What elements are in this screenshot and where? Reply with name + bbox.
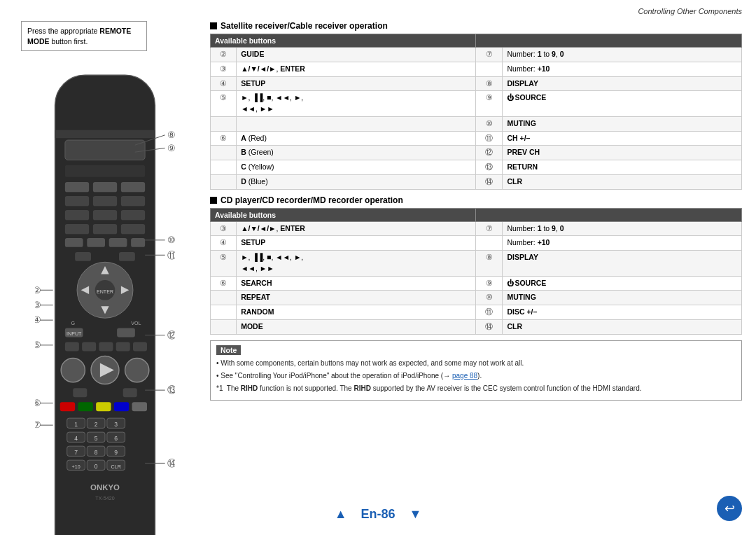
row-num2: ⑪ xyxy=(475,305,503,320)
note-content: • With some components, certain buttons … xyxy=(216,358,736,394)
table-row: REPEAT ⑩ MUTING xyxy=(211,291,742,305)
svg-rect-4 xyxy=(65,182,89,192)
row-label2: CLR xyxy=(503,174,742,189)
svg-rect-5 xyxy=(93,182,117,192)
back-button[interactable]: ↩ xyxy=(717,496,742,521)
svg-rect-35 xyxy=(82,342,96,352)
svg-text:1: 1 xyxy=(74,421,78,428)
svg-text:④: ④ xyxy=(35,314,41,325)
row-label: ▲/▼/◄/►, ENTER xyxy=(237,221,476,236)
row-num2: ⑫ xyxy=(475,146,503,160)
row-label: SETUP xyxy=(237,236,476,251)
svg-rect-44 xyxy=(123,388,137,397)
page-link[interactable]: page 88 xyxy=(452,372,477,380)
svg-rect-14 xyxy=(93,224,117,234)
row-num2 xyxy=(475,236,503,251)
svg-text:⑧: ⑧ xyxy=(167,130,175,140)
svg-text:ONKYO: ONKYO xyxy=(90,483,120,492)
row-num xyxy=(211,146,237,160)
row-label: ►, ▐▐, ■, ◄◄, ►,◄◄, ►► xyxy=(237,251,476,277)
svg-rect-3 xyxy=(65,165,145,177)
row-label: ▲/▼/◄/►, ENTER xyxy=(237,62,476,76)
row-num2: ⑭ xyxy=(475,174,503,189)
svg-text:VOL: VOL xyxy=(131,321,141,326)
row-num2: ⑩ xyxy=(475,291,503,305)
svg-rect-33 xyxy=(117,328,135,338)
svg-point-42 xyxy=(125,358,149,382)
row-label: SETUP xyxy=(237,76,476,91)
content-area: Satellite receiver/Cable receiver operat… xyxy=(210,21,742,401)
row-label2: DISPLAY xyxy=(503,76,742,91)
row-num xyxy=(211,160,237,175)
row-num2: ⑨ xyxy=(475,276,503,291)
row-num: ② xyxy=(211,48,237,62)
row-num2: ⑧ xyxy=(475,251,503,277)
back-icon: ↩ xyxy=(724,501,735,516)
row-label2: RETURN xyxy=(503,160,742,175)
table-row: C (Yellow) ⑬ RETURN xyxy=(211,160,742,175)
svg-rect-43 xyxy=(73,388,87,397)
svg-text:⑭: ⑭ xyxy=(167,458,175,468)
svg-rect-46 xyxy=(78,402,92,411)
row-num: ④ xyxy=(211,76,237,91)
satellite-table-body: ② GUIDE ⑦ Number: 1 to 9, 0 ③ ▲/▼/◄/►, E… xyxy=(211,48,742,190)
sat-table-header-left: Available buttons xyxy=(211,34,476,48)
row-label: ►, ▐▐, ■, ◄◄, ►,◄◄, ►► xyxy=(237,91,476,117)
row-label2: Number: +10 xyxy=(503,62,742,76)
table-row: ③ ▲/▼/◄/►, ENTER Number: +10 xyxy=(211,62,742,76)
callout-box: Press the appropriate REMOTE MODE button… xyxy=(21,21,147,51)
svg-text:8: 8 xyxy=(94,449,98,456)
prev-page-icon[interactable]: ▲ xyxy=(335,507,347,522)
remote-area: Press the appropriate REMOTE MODE button… xyxy=(14,21,196,535)
table-row: ④ SETUP ⑧ DISPLAY xyxy=(211,76,742,91)
row-num2: ⑨ xyxy=(475,91,503,117)
svg-rect-13 xyxy=(65,224,89,234)
row-label2: ⏻SOURCE xyxy=(503,276,742,291)
table-row: ③ ▲/▼/◄/►, ENTER ⑦ Number: 1 to 9, 0 xyxy=(211,221,742,236)
satellite-section-header: Satellite receiver/Cable receiver operat… xyxy=(210,21,742,31)
svg-rect-36 xyxy=(99,342,113,352)
table-row: ⑤ ►, ▐▐, ■, ◄◄, ►,◄◄, ►► ⑨ ⏻SOURCE xyxy=(211,91,742,117)
cd-table-body: ③ ▲/▼/◄/►, ENTER ⑦ Number: 1 to 9, 0 ④ S… xyxy=(211,221,742,334)
svg-rect-21 xyxy=(119,252,135,261)
row-label2: CLR xyxy=(503,319,742,334)
table-row: ② GUIDE ⑦ Number: 1 to 9, 0 xyxy=(211,48,742,62)
svg-text:+10: +10 xyxy=(72,464,80,470)
svg-text:9: 9 xyxy=(114,449,118,456)
row-label xyxy=(237,116,476,131)
sat-table-header-right xyxy=(475,34,741,48)
section-icon xyxy=(210,197,217,204)
row-label2: DISPLAY xyxy=(503,251,742,277)
next-page-icon[interactable]: ▼ xyxy=(410,507,422,522)
svg-rect-48 xyxy=(114,402,129,411)
row-num: ⑤ xyxy=(211,91,237,117)
row-num: ⑥ xyxy=(211,276,237,291)
table-row: ⑥ A (Red) ⑪ CH +/– xyxy=(211,131,742,146)
note-bullet-2: • See "Controlling Your iPod/iPhone" abo… xyxy=(216,370,736,381)
row-num2: ⑩ xyxy=(475,116,503,131)
remote-illustration: ENTER G VOL INPUT xyxy=(35,70,175,535)
svg-rect-15 xyxy=(121,224,145,234)
row-num: ⑤ xyxy=(211,251,237,277)
cd-table: Available buttons ③ ▲/▼/◄/►, ENTER ⑦ Num… xyxy=(210,208,742,335)
svg-text:③: ③ xyxy=(35,300,41,310)
svg-rect-2 xyxy=(65,140,145,160)
svg-text:⑪: ⑪ xyxy=(167,250,175,260)
row-num xyxy=(211,305,237,320)
table-row: ⑩ MUTING xyxy=(211,116,742,131)
row-label: D (Blue) xyxy=(237,174,476,189)
svg-rect-6 xyxy=(121,182,145,192)
section-icon xyxy=(210,22,217,29)
svg-text:⑨: ⑨ xyxy=(167,143,175,153)
svg-text:5: 5 xyxy=(94,435,98,442)
row-label: MODE xyxy=(237,319,476,334)
row-label2: MUTING xyxy=(503,116,742,131)
table-row: ⑤ ►, ▐▐, ■, ◄◄, ►,◄◄, ►► ⑧ DISPLAY xyxy=(211,251,742,277)
svg-text:⑬: ⑬ xyxy=(167,384,175,395)
svg-rect-47 xyxy=(96,402,111,411)
svg-text:ENTER: ENTER xyxy=(97,289,113,295)
svg-text:⑩: ⑩ xyxy=(167,235,175,245)
row-label2: ⏻SOURCE xyxy=(503,91,742,117)
svg-rect-20 xyxy=(75,252,91,261)
svg-text:3: 3 xyxy=(114,421,118,428)
